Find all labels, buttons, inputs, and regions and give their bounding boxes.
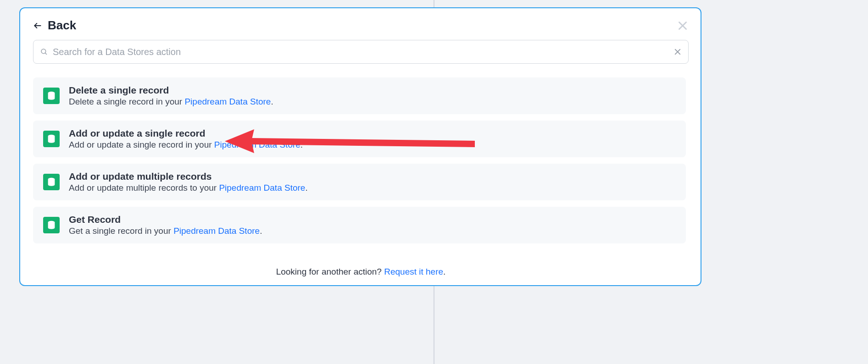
svg-line-4 xyxy=(45,53,47,55)
data-store-icon xyxy=(43,174,60,190)
pipedream-data-store-link[interactable]: Pipedream Data Store xyxy=(184,97,271,106)
back-button[interactable]: Back xyxy=(33,18,76,33)
search-icon xyxy=(40,48,48,56)
data-store-icon xyxy=(43,217,60,233)
action-item-text: Add or update a single record Add or upd… xyxy=(69,128,676,150)
arrow-left-icon xyxy=(33,21,42,30)
action-title: Add or update a single record xyxy=(69,128,676,139)
action-item-text: Delete a single record Delete a single r… xyxy=(69,85,676,107)
action-item-text: Add or update multiple records Add or up… xyxy=(69,171,676,193)
search-box[interactable] xyxy=(33,40,689,64)
modal-header: Back xyxy=(33,18,689,33)
pipedream-data-store-link[interactable]: Pipedream Data Store xyxy=(214,140,300,149)
action-title: Get Record xyxy=(69,214,676,225)
action-item-add-update-multiple[interactable]: Add or update multiple records Add or up… xyxy=(33,164,686,200)
action-picker-modal: Back Delete a single record Delete a sin… xyxy=(19,7,701,286)
action-item-add-update-single[interactable]: Add or update a single record Add or upd… xyxy=(33,121,686,157)
footer-prompt: Looking for another action? Request it h… xyxy=(33,267,689,277)
data-store-icon xyxy=(43,88,60,104)
action-title: Delete a single record xyxy=(69,85,676,96)
action-item-get-record[interactable]: Get Record Get a single record in your P… xyxy=(33,207,686,243)
action-description: Delete a single record in your Pipedream… xyxy=(69,97,676,107)
clear-icon[interactable] xyxy=(673,48,682,56)
action-description: Add or update multiple records to your P… xyxy=(69,183,676,193)
data-store-icon xyxy=(43,131,60,147)
action-title: Add or update multiple records xyxy=(69,171,676,182)
back-label: Back xyxy=(48,18,76,33)
action-description: Get a single record in your Pipedream Da… xyxy=(69,226,676,236)
pipedream-data-store-link[interactable]: Pipedream Data Store xyxy=(173,226,260,236)
action-item-delete-single[interactable]: Delete a single record Delete a single r… xyxy=(33,77,686,114)
action-list[interactable]: Delete a single record Delete a single r… xyxy=(33,72,689,262)
action-item-text: Get Record Get a single record in your P… xyxy=(69,214,676,236)
request-action-link[interactable]: Request it here xyxy=(384,267,443,276)
action-list-area: Delete a single record Delete a single r… xyxy=(33,72,689,262)
action-description: Add or update a single record in your Pi… xyxy=(69,140,676,150)
search-input[interactable] xyxy=(53,47,673,57)
svg-point-3 xyxy=(41,49,46,54)
close-icon[interactable] xyxy=(677,20,689,32)
pipedream-data-store-link[interactable]: Pipedream Data Store xyxy=(219,183,305,193)
